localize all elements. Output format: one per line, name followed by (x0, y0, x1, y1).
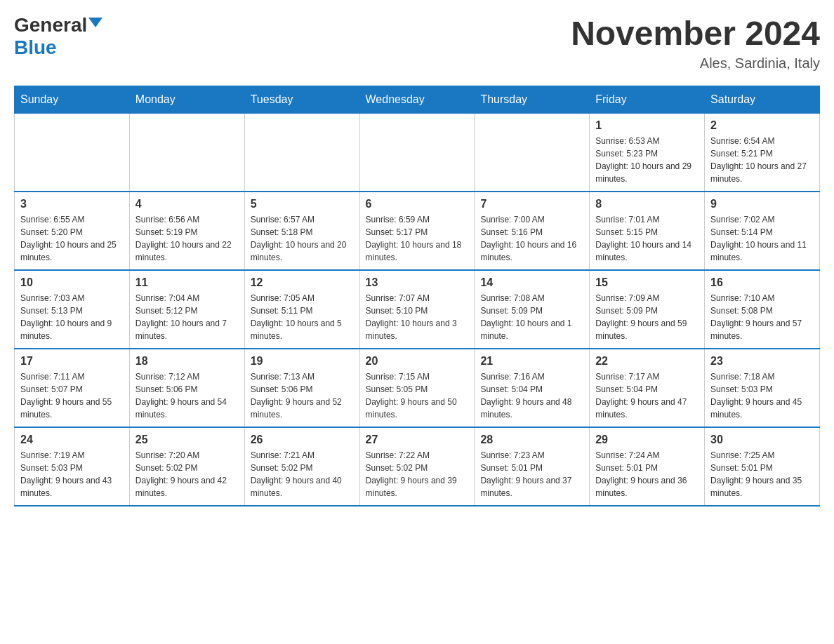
day-info: Sunrise: 7:09 AM Sunset: 5:09 PM Dayligh… (595, 292, 699, 342)
days-of-week-row: SundayMondayTuesdayWednesdayThursdayFrid… (15, 86, 820, 114)
day-cell: 19Sunrise: 7:13 AM Sunset: 5:06 PM Dayli… (244, 349, 359, 427)
day-info: Sunrise: 7:15 AM Sunset: 5:05 PM Dayligh… (366, 370, 469, 421)
day-number: 17 (20, 355, 124, 368)
logo-blue-text: Blue (14, 36, 57, 59)
day-info: Sunrise: 7:25 AM Sunset: 5:01 PM Dayligh… (710, 449, 814, 499)
day-of-week-friday: Friday (590, 86, 705, 114)
day-cell: 9Sunrise: 7:02 AM Sunset: 5:14 PM Daylig… (705, 192, 820, 270)
location: Ales, Sardinia, Italy (571, 55, 820, 72)
day-cell (359, 114, 475, 192)
day-cell: 22Sunrise: 7:17 AM Sunset: 5:04 PM Dayli… (590, 349, 705, 427)
day-number: 8 (595, 198, 699, 210)
day-number: 19 (251, 355, 354, 368)
day-cell: 13Sunrise: 7:07 AM Sunset: 5:10 PM Dayli… (359, 270, 475, 349)
logo-general-text: General (14, 14, 87, 36)
day-cell: 15Sunrise: 7:09 AM Sunset: 5:09 PM Dayli… (590, 270, 705, 349)
day-info: Sunrise: 7:13 AM Sunset: 5:06 PM Dayligh… (251, 370, 354, 421)
day-info: Sunrise: 7:03 AM Sunset: 5:13 PM Dayligh… (20, 292, 124, 342)
day-info: Sunrise: 6:55 AM Sunset: 5:20 PM Dayligh… (20, 213, 124, 264)
day-number: 9 (710, 198, 814, 210)
calendar-header: SundayMondayTuesdayWednesdayThursdayFrid… (15, 86, 820, 114)
day-cell: 23Sunrise: 7:18 AM Sunset: 5:03 PM Dayli… (705, 349, 820, 427)
day-info: Sunrise: 7:05 AM Sunset: 5:11 PM Dayligh… (251, 292, 354, 342)
day-of-week-wednesday: Wednesday (359, 86, 475, 114)
day-info: Sunrise: 7:24 AM Sunset: 5:01 PM Dayligh… (595, 449, 699, 499)
day-cell: 11Sunrise: 7:04 AM Sunset: 5:12 PM Dayli… (129, 270, 244, 349)
day-number: 25 (135, 434, 239, 446)
day-number: 4 (135, 198, 239, 210)
day-cell: 4Sunrise: 6:56 AM Sunset: 5:19 PM Daylig… (129, 192, 244, 270)
day-cell: 5Sunrise: 6:57 AM Sunset: 5:18 PM Daylig… (244, 192, 359, 270)
day-info: Sunrise: 7:01 AM Sunset: 5:15 PM Dayligh… (595, 213, 699, 264)
day-info: Sunrise: 7:17 AM Sunset: 5:04 PM Dayligh… (595, 370, 699, 421)
day-number: 12 (251, 276, 354, 289)
day-cell: 10Sunrise: 7:03 AM Sunset: 5:13 PM Dayli… (15, 270, 130, 349)
day-cell: 30Sunrise: 7:25 AM Sunset: 5:01 PM Dayli… (705, 427, 820, 506)
day-number: 27 (366, 434, 469, 446)
day-number: 6 (366, 198, 469, 210)
day-info: Sunrise: 7:04 AM Sunset: 5:12 PM Dayligh… (135, 292, 239, 342)
day-cell: 20Sunrise: 7:15 AM Sunset: 5:05 PM Dayli… (359, 349, 475, 427)
day-of-week-thursday: Thursday (475, 86, 590, 114)
day-number: 20 (366, 355, 469, 368)
day-cell: 28Sunrise: 7:23 AM Sunset: 5:01 PM Dayli… (475, 427, 590, 506)
day-info: Sunrise: 7:22 AM Sunset: 5:02 PM Dayligh… (366, 449, 469, 499)
day-cell (475, 114, 590, 192)
day-info: Sunrise: 7:12 AM Sunset: 5:06 PM Dayligh… (135, 370, 239, 421)
day-cell: 24Sunrise: 7:19 AM Sunset: 5:03 PM Dayli… (15, 427, 130, 506)
day-of-week-saturday: Saturday (705, 86, 820, 114)
week-row-2: 3Sunrise: 6:55 AM Sunset: 5:20 PM Daylig… (15, 192, 820, 270)
day-cell (15, 114, 130, 192)
day-info: Sunrise: 7:08 AM Sunset: 5:09 PM Dayligh… (480, 292, 583, 342)
day-cell: 3Sunrise: 6:55 AM Sunset: 5:20 PM Daylig… (15, 192, 130, 270)
day-number: 7 (480, 198, 583, 210)
day-info: Sunrise: 6:57 AM Sunset: 5:18 PM Dayligh… (251, 213, 354, 264)
logo: General Blue (14, 14, 102, 59)
day-of-week-monday: Monday (129, 86, 244, 114)
day-cell: 7Sunrise: 7:00 AM Sunset: 5:16 PM Daylig… (475, 192, 590, 270)
day-number: 16 (710, 276, 814, 289)
day-info: Sunrise: 7:10 AM Sunset: 5:08 PM Dayligh… (710, 292, 814, 342)
day-number: 1 (595, 119, 699, 132)
day-cell: 2Sunrise: 6:54 AM Sunset: 5:21 PM Daylig… (705, 114, 820, 192)
day-info: Sunrise: 6:54 AM Sunset: 5:21 PM Dayligh… (710, 135, 814, 185)
day-of-week-tuesday: Tuesday (244, 86, 359, 114)
day-info: Sunrise: 7:16 AM Sunset: 5:04 PM Dayligh… (480, 370, 583, 421)
day-number: 2 (710, 119, 814, 132)
day-info: Sunrise: 6:56 AM Sunset: 5:19 PM Dayligh… (135, 213, 239, 264)
day-cell: 29Sunrise: 7:24 AM Sunset: 5:01 PM Dayli… (590, 427, 705, 506)
day-info: Sunrise: 7:07 AM Sunset: 5:10 PM Dayligh… (366, 292, 469, 342)
day-number: 26 (251, 434, 354, 446)
week-row-5: 24Sunrise: 7:19 AM Sunset: 5:03 PM Dayli… (15, 427, 820, 506)
day-number: 22 (595, 355, 699, 368)
day-number: 10 (20, 276, 124, 289)
day-cell: 27Sunrise: 7:22 AM Sunset: 5:02 PM Dayli… (359, 427, 475, 506)
day-of-week-sunday: Sunday (15, 86, 130, 114)
day-number: 3 (20, 198, 124, 210)
week-row-4: 17Sunrise: 7:11 AM Sunset: 5:07 PM Dayli… (15, 349, 820, 427)
day-number: 5 (251, 198, 354, 210)
week-row-3: 10Sunrise: 7:03 AM Sunset: 5:13 PM Dayli… (15, 270, 820, 349)
day-info: Sunrise: 7:00 AM Sunset: 5:16 PM Dayligh… (480, 213, 583, 264)
day-info: Sunrise: 7:02 AM Sunset: 5:14 PM Dayligh… (710, 213, 814, 264)
day-cell: 17Sunrise: 7:11 AM Sunset: 5:07 PM Dayli… (15, 349, 130, 427)
page-header: General Blue November 2024 Ales, Sardini… (14, 14, 820, 72)
day-cell: 25Sunrise: 7:20 AM Sunset: 5:02 PM Dayli… (129, 427, 244, 506)
day-cell: 26Sunrise: 7:21 AM Sunset: 5:02 PM Dayli… (244, 427, 359, 506)
day-number: 30 (710, 434, 814, 446)
day-number: 15 (595, 276, 699, 289)
day-cell (129, 114, 244, 192)
day-cell: 6Sunrise: 6:59 AM Sunset: 5:17 PM Daylig… (359, 192, 475, 270)
title-section: November 2024 Ales, Sardinia, Italy (571, 14, 820, 72)
day-number: 13 (366, 276, 469, 289)
day-info: Sunrise: 7:11 AM Sunset: 5:07 PM Dayligh… (20, 370, 124, 421)
day-cell: 8Sunrise: 7:01 AM Sunset: 5:15 PM Daylig… (590, 192, 705, 270)
day-number: 18 (135, 355, 239, 368)
day-cell: 16Sunrise: 7:10 AM Sunset: 5:08 PM Dayli… (705, 270, 820, 349)
day-number: 29 (595, 434, 699, 446)
day-info: Sunrise: 7:18 AM Sunset: 5:03 PM Dayligh… (710, 370, 814, 421)
calendar-body: 1Sunrise: 6:53 AM Sunset: 5:23 PM Daylig… (15, 114, 820, 507)
day-info: Sunrise: 7:23 AM Sunset: 5:01 PM Dayligh… (480, 449, 583, 499)
day-cell: 1Sunrise: 6:53 AM Sunset: 5:23 PM Daylig… (590, 114, 705, 192)
calendar-table: SundayMondayTuesdayWednesdayThursdayFrid… (14, 86, 820, 507)
